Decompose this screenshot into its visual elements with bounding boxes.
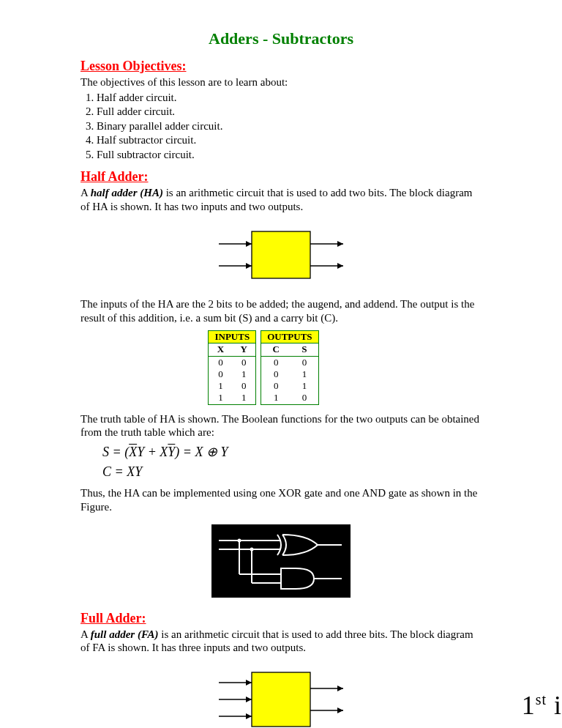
list-item: Full adder circuit.: [97, 105, 482, 119]
col-header: C: [261, 343, 291, 356]
fa-block-diagram: [80, 666, 482, 728]
corner-sup: st: [536, 691, 547, 707]
svg-marker-4: [246, 263, 252, 269]
svg-rect-0: [252, 231, 310, 278]
svg-marker-30: [337, 707, 343, 713]
page: Adders - Subtractors Lesson Objectives: …: [0, 0, 562, 728]
lesson-list: Half adder circuit. Full adder circuit. …: [80, 91, 482, 163]
cell: 0: [209, 368, 232, 380]
svg-rect-20: [252, 672, 310, 727]
block-diagram-icon: [208, 666, 354, 728]
eq-text: ⊕: [203, 445, 220, 459]
text: A: [80, 628, 91, 640]
eq-text: Y: [220, 445, 228, 459]
eq-overline: Y: [168, 445, 175, 459]
half-adder-p1: A half adder (HA) is an arithmetic circu…: [80, 186, 482, 214]
truth-table: INPUTS X Y 00 01 10 11 OUTPUTS C S: [190, 330, 337, 404]
col-header: X: [209, 343, 232, 356]
svg-point-17: [250, 547, 254, 551]
cell: 1: [232, 392, 255, 404]
eq-text: = (: [109, 445, 129, 459]
lesson-intro: The objectives of this lesson are to lea…: [80, 75, 482, 89]
svg-marker-8: [337, 263, 343, 269]
eq-text: =: [111, 464, 127, 479]
cell: 0: [232, 380, 255, 392]
cell: 1: [209, 392, 232, 404]
svg-marker-22: [246, 680, 252, 686]
table-header: OUTPUTS: [261, 331, 318, 343]
eq-overline: X: [129, 445, 137, 459]
text: A: [80, 187, 91, 198]
full-adder-p1: A full adder (FA) is an arithmetic circu…: [80, 628, 482, 655]
cell: 0: [291, 356, 318, 368]
cell: 0: [261, 380, 291, 392]
cell: 0: [209, 356, 232, 368]
cell: 0: [261, 356, 291, 368]
circuit-icon: [211, 524, 351, 598]
eq-text: Y: [137, 445, 144, 459]
cell: 0: [232, 356, 255, 368]
half-adder-heading: Half Adder:: [80, 169, 482, 185]
table-header: INPUTS: [209, 331, 256, 343]
eq-text: ) =: [175, 445, 195, 459]
svg-point-16: [238, 538, 241, 542]
svg-marker-26: [246, 713, 252, 719]
eq-text: S: [102, 445, 109, 459]
corner-tail: i: [547, 691, 562, 720]
equation-c: C = XY: [102, 462, 482, 482]
equations: S = (XY + XY) = X ⊕ Y C = XY: [102, 442, 482, 482]
ha-circuit-figure: [80, 524, 482, 598]
half-adder-p2: The inputs of the HA are the 2 bits to b…: [80, 297, 482, 325]
truth-table-inputs: INPUTS X Y 00 01 10 11: [208, 330, 256, 404]
eq-text: +: [144, 445, 160, 459]
cell: 1: [232, 368, 255, 380]
svg-marker-6: [337, 241, 343, 247]
col-header: Y: [232, 343, 255, 356]
full-adder-heading: Full Adder:: [80, 611, 482, 626]
cell: 1: [291, 380, 318, 392]
half-adder-p3: The truth table of HA is shown. The Bool…: [80, 412, 482, 440]
cell: 0: [291, 392, 318, 404]
svg-marker-24: [246, 697, 252, 702]
cell: 0: [261, 368, 291, 380]
eq-text: X: [160, 445, 168, 459]
full-adder-term: full adder (FA): [91, 628, 159, 640]
ha-block-diagram: [80, 226, 482, 284]
half-adder-term: half adder (HA): [91, 187, 163, 198]
list-item: Half subtractor circuit.: [97, 133, 482, 148]
block-diagram-icon: [208, 226, 354, 284]
half-adder-p4: Thus, the HA can be implemented using on…: [80, 486, 482, 514]
eq-text: X: [195, 445, 203, 459]
col-header: S: [291, 343, 318, 356]
cell: 1: [209, 380, 232, 392]
truth-table-outputs: OUTPUTS C S 00 01 01 10: [261, 330, 318, 404]
page-corner-label: 1st i: [522, 690, 562, 721]
list-item: Binary parallel adder circuit.: [97, 119, 482, 134]
cell: 1: [261, 392, 291, 404]
lesson-objectives-heading: Lesson Objectives:: [80, 59, 482, 74]
cell: 1: [291, 368, 318, 380]
equation-s: S = (XY + XY) = X ⊕ Y: [102, 442, 482, 462]
list-item: Full subtractor circuit.: [97, 148, 482, 163]
list-item: Half adder circuit.: [97, 91, 482, 105]
page-title: Adders - Subtractors: [80, 29, 482, 48]
eq-text: C: [102, 464, 111, 479]
corner-num: 1: [522, 691, 536, 720]
eq-text: XY: [127, 464, 142, 479]
svg-marker-28: [337, 686, 343, 691]
svg-marker-2: [246, 241, 252, 247]
